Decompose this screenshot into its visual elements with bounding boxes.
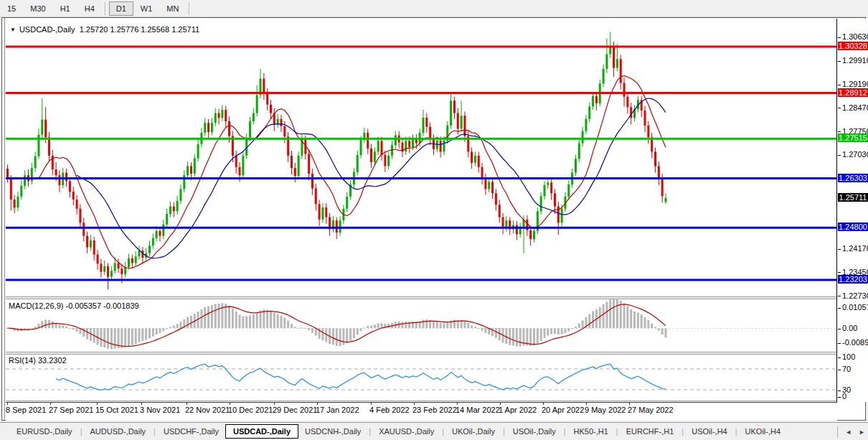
price-tick-label: 1.29910 [838,56,868,65]
price-tick-label: 1.22730 [838,291,868,300]
tab-eurusd-daily[interactable]: EURUSD-,Daily [10,425,79,438]
tab-usdcnh-daily[interactable]: USDCNH-,Daily [298,425,367,438]
date-tick-mark [586,403,587,405]
macd-axis-max: 0.010578 [838,303,868,312]
tab-scroll-arrows: ◄ ► [837,423,865,440]
tab-separator: | [440,427,445,436]
price-tick-label: 1.24170 [838,244,868,253]
date-tick-mark [230,403,230,405]
price-tick-label: 1.29190 [838,80,868,88]
chart-symbol-header[interactable]: ▼USDCAD-,Daily 1.25720 1.25776 1.25568 1… [10,25,199,34]
price-chart-canvas[interactable] [6,19,837,402]
chevron-down-icon: ▼ [10,27,16,33]
toolbar-separator [189,2,190,15]
date-tick-mark [187,403,187,405]
date-tick-mark [274,403,275,405]
panel-splitter-1[interactable] [6,296,837,299]
date-tick-mark [97,403,98,405]
axis-separator-line [836,19,837,402]
rsi-indicator-label: RSI(14) 33.2302 [9,356,67,365]
tab-ukoil-daily[interactable]: UKOil-,Daily [445,425,501,438]
candles-layer [6,32,667,289]
date-tick-mark [543,403,544,405]
date-tick-mark [317,403,318,405]
date-tick-mark [50,403,51,405]
price-tick-label: 1.30630 [838,32,868,41]
tab-hk50-h1[interactable]: HK50-,H1 [567,425,615,438]
tab-usdchf-daily[interactable]: USDCHF-,Daily [157,425,225,438]
date-tick-mark [500,403,501,405]
tab-ukoil-h4[interactable]: UKOil-,H4 [739,425,788,438]
timeframe-button-15[interactable]: 15 [0,1,23,16]
level-price-box: 1.27515 [838,134,868,142]
tab-usoil-daily[interactable]: USOil-,Daily [506,425,562,438]
tab-scroll-right-icon[interactable]: ► [859,429,865,436]
date-tick-label: 8 Sep 2021 [6,406,46,414]
moving-averages-layer [39,76,666,268]
tab-audusd-daily[interactable]: AUDUSD-,Daily [83,425,152,438]
rsi-axis-label: 70 [838,365,851,373]
level-price-box: 1.28912 [838,88,868,97]
macd-axis-min: -0.00896 [838,338,868,347]
mt4-terminal: { "toolbar": { "timeframes": ["15","M30"… [0,0,868,440]
rsi-layer [6,364,837,390]
tab-usoil-h4[interactable]: USOil-,H4 [685,425,734,438]
support-resistance-lines[interactable] [6,47,837,280]
tab-separator: | [734,427,739,436]
date-tick-label: 17 Jan 2022 [316,406,359,414]
date-tick-label: 27 May 2022 [628,406,674,414]
date-tick-label: 15 Oct 2021 [95,406,138,414]
date-tick-label: 3 Nov 2021 [140,406,180,414]
chart-symbol-label: USDCAD-,Daily [19,25,75,34]
date-tick-mark [629,403,630,405]
timeframe-button-h1[interactable]: H1 [53,1,77,16]
chart-ohlc-values: 1.25720 1.25776 1.25568 1.25711 [80,25,199,34]
date-tick-mark [371,403,372,405]
date-tick-label: 23 Feb 2022 [412,406,457,414]
timeframe-button-mn[interactable]: MN [159,1,186,16]
tab-eurchf-h1[interactable]: EURCHF-,H1 [620,425,681,438]
date-tick-label: 14 Mar 2022 [456,406,500,414]
timeframe-button-d1[interactable]: D1 [109,1,133,16]
tab-separator: | [501,427,506,436]
level-price-box: 1.24800 [838,223,868,231]
date-tick-label: 9 May 2022 [585,406,626,414]
date-tick-label: 27 Sep 2021 [49,406,93,414]
rsi-axis-label: 100 [838,352,855,361]
price-tick-label: 1.27030 [838,150,868,159]
tab-usdcad-daily[interactable]: USDCAD-,Daily [225,424,298,439]
timeframe-button-w1[interactable]: W1 [133,1,160,16]
price-tick-label: 1.28470 [838,103,868,112]
date-tick-label: 20 Apr 2022 [542,406,584,414]
tab-bar-divider [837,426,838,438]
tab-separator: | [152,427,157,436]
level-price-box: 1.23203 [838,275,868,284]
date-tick-label: 29 Dec 2021 [273,406,317,414]
tab-separator: | [680,427,685,436]
date-tick-label: 10 Dec 2021 [228,406,273,414]
tab-separator: | [562,427,567,436]
level-price-box: 1.26303 [838,174,868,182]
tab-scroll-left-icon[interactable]: ◄ [845,429,852,436]
instrument-tab-bar: EURUSD-,Daily|AUDUSD-,Daily|USDCHF-,Dail… [0,422,868,440]
chart-window-inner-border [4,18,5,420]
timeframe-button-m30[interactable]: M30 [23,1,52,16]
macd-indicator-label: MACD(12,26,9) -0.005357 -0.001839 [9,301,139,310]
date-tick-mark [457,403,458,405]
macd-signal-line [8,304,666,347]
toolbar-separator [105,2,106,15]
current-price-box: 1.25711 [838,193,868,202]
date-tick-mark [141,403,142,405]
level-price-box: 1.30328 [838,42,868,50]
rsi-axis-label: 0 [838,392,846,401]
date-tick-mark [414,403,415,405]
timeframe-button-h4[interactable]: H4 [77,1,102,16]
date-tick-mark [7,403,8,405]
macd-axis-zero: 0.00 [838,324,857,332]
tab-xauusd-daily[interactable]: XAUUSD-,Daily [372,425,440,438]
panel-splitter-2[interactable] [6,352,837,355]
tab-separator: | [367,427,372,436]
timeframe-toolbar: 15M30H1H4D1W1MN [0,0,868,17]
date-tick-label: 1 Apr 2022 [499,406,537,414]
date-tick-label: 4 Feb 2022 [369,406,410,414]
